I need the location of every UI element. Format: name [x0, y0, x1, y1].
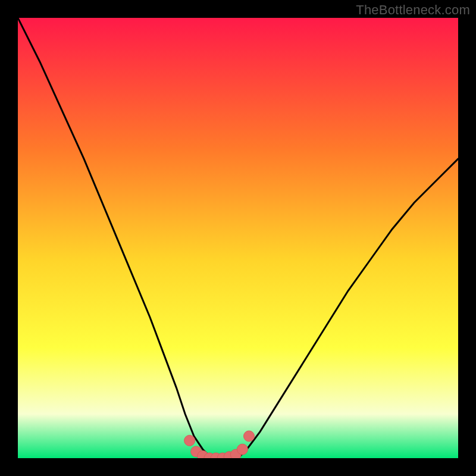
watermark-text: TheBottleneck.com [356, 2, 470, 18]
gradient-background [18, 18, 458, 458]
curve-marker [244, 431, 255, 441]
curve-marker [184, 435, 195, 446]
chart-frame: TheBottleneck.com [0, 0, 476, 476]
plot-area [18, 18, 458, 458]
bottleneck-chart [18, 18, 458, 458]
curve-marker [237, 444, 248, 455]
